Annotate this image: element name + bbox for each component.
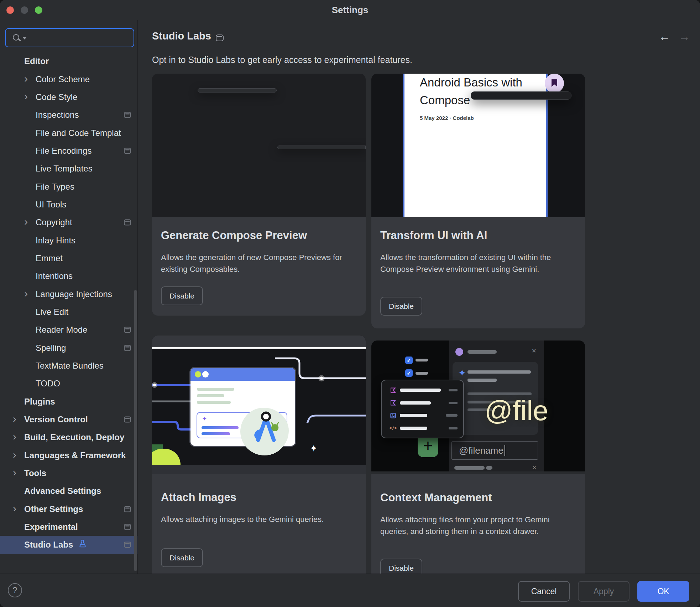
sidebar-scrollbar[interactable] [134, 290, 137, 571]
help-icon[interactable]: ? [8, 583, 22, 597]
sidebar-item-label: Spelling [36, 343, 66, 353]
sidebar-item[interactable]: Emmet [0, 249, 137, 267]
sidebar-item[interactable]: Code Style [0, 88, 137, 106]
sidebar-item[interactable]: Reader Mode [0, 321, 137, 339]
file-tag-text: @file [485, 395, 548, 427]
filename-input-illustration: @filename [451, 441, 538, 460]
cancel-button[interactable]: Cancel [518, 581, 570, 602]
article-heading: Android Basics with [420, 76, 522, 89]
sidebar-item[interactable]: Live Edit [0, 303, 137, 321]
card-description: Allows attaching files from your project… [380, 514, 578, 537]
avatar [455, 348, 463, 356]
sidebar-item-label: TextMate Bundles [36, 361, 104, 371]
forward-arrow-icon: → [679, 31, 690, 42]
gemini-sparkle-icon: ✦ [458, 368, 466, 379]
sidebar-item[interactable]: Language Injections [0, 285, 137, 303]
sidebar-item[interactable]: Spelling [0, 339, 137, 357]
card-description: Allows attaching images to the Gemini qu… [161, 513, 359, 525]
kotlin-file-icon [390, 387, 397, 394]
feature-card-generate-compose-preview: Generate Compose Preview Allows the gene… [152, 74, 366, 316]
flask-icon [78, 539, 87, 550]
modified-settings-icon [124, 506, 131, 512]
ok-button[interactable]: OK [637, 581, 689, 602]
sparkle-icon: ✦ [202, 416, 207, 422]
sidebar-item-label: Intentions [36, 271, 73, 281]
sidebar-item-label: Color Scheme [36, 74, 90, 84]
sidebar-item[interactable]: File and Code Templat [0, 124, 137, 142]
card-title: Attach Images [161, 491, 236, 504]
feature-card-transform-ui-with-ai: Android Basics with Compose 5 May 2022 ·… [371, 74, 585, 328]
sidebar-item[interactable]: File Encodings [0, 142, 137, 160]
editor-context-menu [198, 88, 277, 93]
sidebar-item[interactable]: File Types [0, 178, 137, 195]
sidebar-item-label: UI Tools [36, 200, 66, 210]
settings-tree: Editor Color Scheme [0, 52, 137, 554]
search-input[interactable] [28, 30, 131, 46]
sidebar-item-label: Copyright [36, 217, 72, 227]
disable-button[interactable]: Disable [380, 559, 422, 574]
sidebar-item[interactable]: Inlay Hints [0, 231, 137, 249]
section-options-icon[interactable] [216, 35, 224, 41]
disable-button[interactable]: Disable [161, 286, 203, 305]
sidebar-item[interactable]: Other Settings [0, 500, 137, 518]
sidebar-item[interactable]: TextMate Bundles [0, 357, 137, 375]
sidebar-item-label: Emmet [36, 253, 63, 263]
text-caret [505, 445, 505, 456]
compose-preview-screenshot: Android Basics with Compose 5 May 2022 ·… [371, 74, 585, 217]
search-dropdown-icon[interactable] [23, 37, 26, 39]
sidebar-item-label: Language Injections [36, 289, 112, 299]
sidebar-item-label: Code Style [36, 92, 77, 102]
sidebar-item[interactable]: Version Control [0, 411, 137, 428]
card-title: Generate Compose Preview [161, 229, 307, 242]
sidebar-item[interactable]: Color Scheme [0, 70, 137, 88]
sidebar-item-label: File Encodings [36, 146, 92, 156]
card-description: Allows the generation of new Compose Pre… [161, 252, 359, 275]
feature-card-attach-images: ✦ ✦ Attach Images Allows attaching ima [152, 336, 366, 574]
sidebar-item[interactable]: Languages & Framework [0, 447, 137, 464]
sidebar-item[interactable]: Tools [0, 464, 137, 482]
card-title: Context Management [380, 491, 492, 504]
sidebar-item-label: Inspections [36, 110, 79, 120]
preview-context-menu [471, 91, 571, 100]
modified-settings-icon [124, 148, 131, 154]
disable-button[interactable]: Disable [380, 297, 422, 316]
modified-settings-icon [124, 542, 131, 548]
sparkle-icon: ✦ [310, 443, 318, 454]
sidebar-item[interactable]: Build, Execution, Deploy [0, 428, 137, 446]
checkbox-checked-icon: ✓ [405, 357, 413, 364]
apply-button[interactable]: Apply [578, 581, 630, 602]
sidebar-item-label: TODO [36, 379, 60, 389]
close-icon: × [532, 347, 536, 355]
modified-settings-icon [124, 220, 131, 226]
search-box[interactable] [5, 28, 134, 47]
titlebar: Settings [0, 0, 700, 20]
sidebar-item-label: Editor [24, 56, 49, 66]
bookmark-icon [545, 74, 564, 93]
sidebar-item-label: File and Code Templat [36, 128, 121, 138]
feature-card-context-management: × ✦ × ✓ ✓ + [371, 341, 585, 574]
sidebar-item[interactable]: Experimental [0, 518, 137, 536]
sidebar-item[interactable]: UI Tools [0, 196, 137, 213]
sidebar-item-label: Live Edit [36, 307, 68, 317]
attach-images-illustration: ✦ ✦ [152, 336, 366, 474]
sidebar-item[interactable]: Live Templates [0, 160, 137, 178]
disable-button[interactable]: Disable [161, 548, 203, 567]
sidebar-item[interactable]: Advanced Settings [0, 482, 137, 500]
sidebar-item[interactable]: TODO [0, 375, 137, 392]
page-subtitle: Opt in to Studio Labs to get early acces… [152, 55, 412, 65]
article-heading-2: Compose [420, 94, 470, 107]
close-icon: × [532, 464, 536, 471]
sidebar-item-label: Reader Mode [36, 325, 87, 335]
page-title: Studio Labs [152, 30, 211, 42]
sidebar-item[interactable]: Studio Labs [0, 536, 137, 554]
editor-screenshot [152, 74, 366, 217]
sidebar-item[interactable]: Copyright [0, 213, 137, 231]
sidebar-item[interactable]: Editor [0, 52, 137, 70]
sidebar-item-label: File Types [36, 182, 74, 192]
sidebar-item[interactable]: Inspections [0, 106, 137, 124]
sidebar-item[interactable]: Intentions [0, 267, 137, 285]
modified-settings-icon [124, 327, 131, 333]
search-icon [12, 33, 21, 43]
back-arrow-icon[interactable]: ← [659, 31, 670, 42]
sidebar-item[interactable]: Plugins [0, 393, 137, 411]
